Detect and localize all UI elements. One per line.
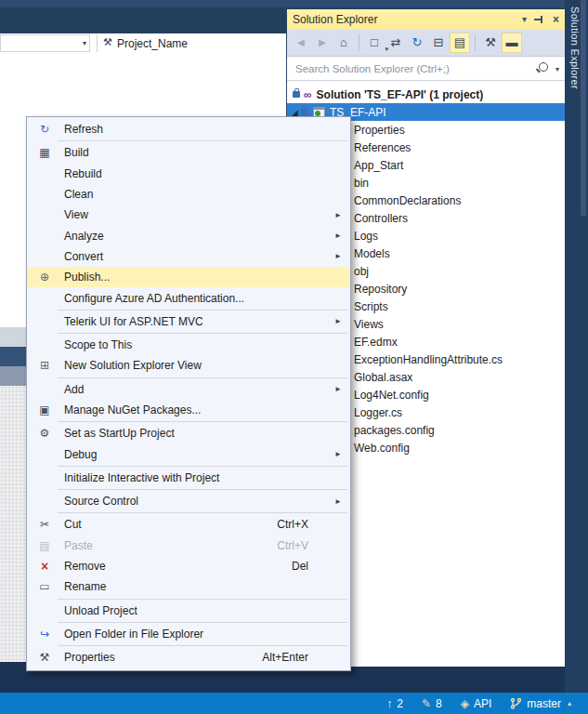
menu-item-shortcut: Del bbox=[292, 560, 308, 573]
menu-separator bbox=[58, 512, 347, 513]
menu-item-rename[interactable]: ▭Rename bbox=[27, 576, 350, 597]
menu-item-label: Scope to This bbox=[64, 338, 132, 351]
menu-item-initialize-interactive-with-project[interactable]: Initialize Interactive with Project bbox=[27, 468, 350, 488]
menu-item-build[interactable]: ▦Build bbox=[27, 142, 350, 163]
menu-item-scope-to-this[interactable]: Scope to This bbox=[27, 335, 350, 355]
project-dropdown[interactable]: ▾ bbox=[0, 34, 90, 52]
refresh-icon[interactable]: ↻ bbox=[407, 33, 427, 53]
menu-item-view[interactable]: View► bbox=[27, 205, 350, 225]
menu-item-configure-azure-ad-authentication[interactable]: Configure Azure AD Authentication... bbox=[27, 287, 350, 308]
search-icon[interactable] bbox=[539, 62, 548, 72]
menu-item-label: Remove bbox=[64, 560, 106, 573]
forward-icon[interactable]: ► bbox=[312, 33, 333, 53]
menu-separator bbox=[58, 140, 347, 141]
editor-navigation-bar: ▾ ⚒ Project_Name bbox=[0, 33, 286, 55]
status-item-api[interactable]: ◈API bbox=[461, 697, 492, 710]
lock-icon bbox=[301, 109, 308, 115]
search-input[interactable] bbox=[294, 60, 529, 78]
pencil-icon: ✎ bbox=[422, 697, 431, 710]
toolbar-separator bbox=[359, 34, 359, 51]
menu-item-open-folder-in-file-explorer[interactable]: ↪Open Folder in File Explorer bbox=[27, 624, 350, 644]
menu-item-label: Telerik UI for ASP.NET MVC bbox=[64, 315, 203, 328]
menu-item-shortcut: Alt+Enter bbox=[262, 651, 308, 664]
menu-item-unload-project[interactable]: Unload Project bbox=[27, 601, 350, 621]
tool-window-tab-strip: Solution Explorer bbox=[565, 0, 588, 693]
push-icon: ◈ bbox=[461, 697, 469, 710]
menu-separator bbox=[58, 333, 347, 334]
menu-item-properties[interactable]: ⚒PropertiesAlt+Enter bbox=[27, 647, 350, 668]
menu-item-manage-nuget-packages[interactable]: ▣Manage NuGet Packages... bbox=[27, 400, 350, 420]
scrollbar-thumb[interactable] bbox=[581, 0, 586, 216]
close-icon[interactable]: × bbox=[553, 15, 559, 24]
menu-item-label: Cut bbox=[64, 518, 82, 531]
open-folder-icon: ↪ bbox=[35, 628, 54, 641]
menu-item-label: Manage NuGet Packages... bbox=[64, 403, 201, 416]
solution-label: Solution 'TS_EF-API' (1 project) bbox=[317, 88, 484, 101]
menu-item-remove[interactable]: ×RemoveDel bbox=[27, 556, 350, 576]
chevron-down-icon[interactable]: ▾ bbox=[555, 65, 559, 73]
collapse-all-icon[interactable]: ⊟ bbox=[428, 33, 449, 53]
menu-item-refresh[interactable]: ↻Refresh bbox=[27, 119, 350, 139]
menu-item-telerik-ui-for-asp-net-mvc[interactable]: Telerik UI for ASP.NET MVC► bbox=[27, 311, 350, 332]
status-item-8[interactable]: ✎8 bbox=[422, 697, 442, 710]
project-name-label[interactable]: Project_Name bbox=[117, 37, 188, 50]
submenu-arrow-icon: ► bbox=[334, 317, 342, 325]
rename-icon: ▭ bbox=[35, 580, 54, 593]
menu-item-label: Clean bbox=[64, 188, 93, 201]
menu-item-set-as-startup-project[interactable]: ⚙Set as StartUp Project bbox=[27, 423, 350, 443]
tab-solution-explorer[interactable]: Solution Explorer bbox=[569, 7, 581, 89]
back-icon[interactable]: ◄ bbox=[291, 33, 311, 53]
status-item-master[interactable]: master▴ bbox=[510, 697, 571, 710]
project-context-menu: ↻Refresh▦BuildRebuildCleanView►Analyze►C… bbox=[26, 116, 351, 671]
expand-arrow-icon[interactable]: ◢ bbox=[292, 108, 298, 117]
menu-item-debug[interactable]: Debug► bbox=[27, 443, 350, 464]
menu-item-label: New Solution Explorer View bbox=[64, 359, 202, 372]
sync-icon[interactable]: ⇄ bbox=[385, 33, 406, 53]
tree-row-solution[interactable]: ∞ Solution 'TS_EF-API' (1 project) bbox=[287, 86, 565, 103]
up-arrow-icon: ↑ bbox=[386, 697, 392, 710]
nuget-icon: ▣ bbox=[35, 403, 54, 416]
divider bbox=[97, 35, 98, 52]
home-icon[interactable]: ⌂ bbox=[333, 33, 354, 53]
menu-separator bbox=[58, 599, 347, 600]
status-item-label: master bbox=[527, 697, 561, 710]
menu-item-add[interactable]: Add► bbox=[27, 379, 350, 400]
chevron-down-icon[interactable]: ▾ bbox=[83, 39, 86, 47]
menu-item-analyze[interactable]: Analyze► bbox=[27, 225, 350, 245]
scope-icon[interactable]: □▾ bbox=[364, 33, 385, 53]
menu-item-source-control[interactable]: Source Control► bbox=[27, 491, 350, 511]
menu-item-label: Publish... bbox=[64, 271, 110, 284]
status-bar: ↑2✎8◈APImaster▴ bbox=[0, 693, 588, 714]
menu-item-new-solution-explorer-view[interactable]: ⊞New Solution Explorer View bbox=[27, 355, 350, 376]
wrench-icon[interactable]: ⚒ bbox=[480, 33, 501, 53]
branch-icon bbox=[510, 697, 522, 709]
menu-item-shortcut: Ctrl+V bbox=[277, 539, 308, 552]
new-view-icon: ⊞ bbox=[35, 359, 54, 372]
solution-explorer-title-bar[interactable]: Solution Explorer ▾ × bbox=[287, 9, 565, 30]
status-item-label: API bbox=[474, 697, 491, 710]
preview-selected-icon[interactable]: ▬ bbox=[502, 33, 522, 53]
menu-item-paste[interactable]: ▤PasteCtrl+V bbox=[27, 536, 350, 556]
menu-item-publish[interactable]: ⊕Publish... bbox=[27, 267, 350, 287]
chevron-down-icon[interactable]: ▾ bbox=[522, 15, 527, 24]
project-dropdown-input[interactable] bbox=[3, 36, 79, 52]
caret-up-icon: ▴ bbox=[568, 699, 571, 707]
remove-icon: × bbox=[35, 559, 54, 574]
menu-item-label: Initialize Interactive with Project bbox=[64, 471, 219, 484]
menu-item-label: Rename bbox=[64, 580, 106, 593]
menu-item-rebuild[interactable]: Rebuild bbox=[27, 164, 350, 184]
properties-icon: ⚒ bbox=[35, 651, 54, 664]
status-item-label: 8 bbox=[436, 697, 442, 710]
menu-item-label: Set as StartUp Project bbox=[64, 427, 175, 440]
panel-title: Solution Explorer bbox=[293, 13, 515, 26]
menu-item-convert[interactable]: Convert► bbox=[27, 246, 350, 267]
show-all-files-icon[interactable]: ▤ bbox=[450, 33, 470, 53]
status-item-2[interactable]: ↑2 bbox=[386, 697, 403, 710]
menu-item-cut[interactable]: ✂CutCtrl+X bbox=[27, 514, 350, 535]
menu-item-label: Build bbox=[64, 146, 89, 159]
menu-item-clean[interactable]: Clean bbox=[27, 184, 350, 205]
pin-icon[interactable] bbox=[534, 14, 545, 25]
submenu-arrow-icon: ► bbox=[334, 497, 342, 506]
search-box[interactable]: ▾ bbox=[287, 57, 565, 81]
submenu-arrow-icon: ► bbox=[334, 211, 342, 219]
